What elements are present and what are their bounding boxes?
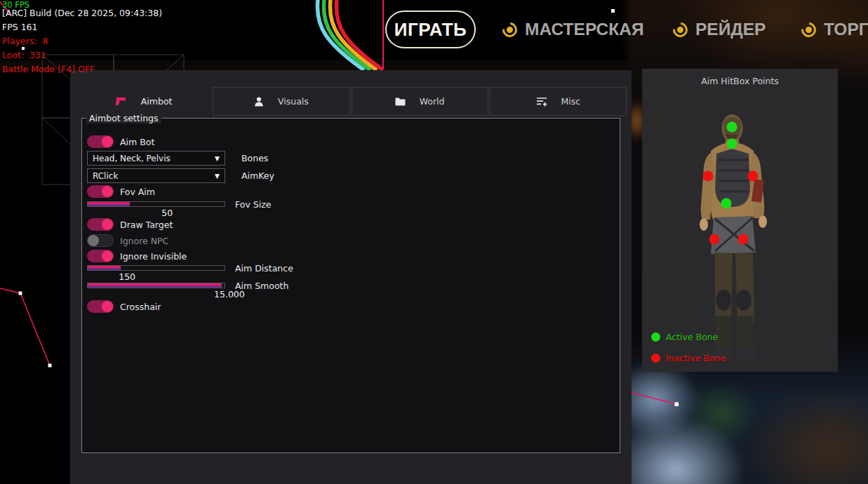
esp-polyline-left: [0, 284, 63, 372]
aim-distance-slider-row: 150 Aim Distance: [87, 265, 368, 282]
toggle-label: Crosshair: [120, 302, 161, 312]
nav-item-label: ТОРГО: [824, 20, 868, 39]
aim-bot-toggle-row: Aim Bot: [87, 135, 154, 148]
dropdown-value: RClick: [93, 171, 118, 181]
draw-target-toggle[interactable]: [87, 218, 114, 231]
hitbox-point-head[interactable]: [727, 122, 737, 133]
pistol-icon: [115, 97, 127, 106]
sliders-icon: [536, 97, 547, 107]
hud-overlay: 30 FPS [ARC] Build (Dec 28 2025, 09:43:3…: [2, 0, 162, 78]
dropdown-label: AimKey: [241, 170, 274, 181]
player-model-area: [642, 69, 838, 372]
legend-inactive-bone: Inactive Bone: [651, 353, 726, 363]
player-model: [642, 69, 838, 372]
dropdown-label: Bones: [241, 153, 268, 163]
ignore-npc-toggle-row: Ignore NPC: [87, 234, 168, 247]
slider-fill: [88, 266, 121, 270]
coin-icon: [502, 22, 517, 37]
person-icon: [254, 97, 264, 107]
nav-item-label: РЕЙДЕР: [695, 20, 766, 39]
play-button[interactable]: ИГРАТЬ: [385, 11, 476, 48]
hitbox-panel: Aim HitBox Points: [642, 69, 838, 372]
slider-label: Aim Smooth: [235, 281, 288, 291]
dropdown-value: Head, Neck, Pelvis: [93, 154, 171, 163]
cheat-menu-window: Aimbot Visuals World Misc Aimbot setting…: [70, 70, 632, 484]
toggle-label: Aim Bot: [120, 137, 154, 147]
tab-label: World: [420, 96, 445, 107]
crosshair-toggle[interactable]: [87, 300, 114, 313]
fov-aim-toggle-row: Fov Aim: [87, 185, 155, 198]
ignore-npc-toggle[interactable]: [87, 234, 114, 247]
hitbox-point-right-shoulder[interactable]: [748, 171, 759, 182]
folder-icon: [395, 98, 406, 106]
slider-fill: [88, 283, 222, 288]
nav-item-label: МАСТЕРСКАЯ: [525, 20, 644, 39]
tab-world[interactable]: World: [352, 87, 488, 116]
ignore-invisible-toggle[interactable]: [87, 250, 114, 262]
hitbox-point-neck[interactable]: [727, 139, 737, 149]
tab-label: Aimbot: [141, 96, 173, 107]
slider-value: 50: [161, 208, 173, 218]
toggle-label: Ignore Invisible: [120, 251, 187, 262]
tab-aimbot[interactable]: Aimbot: [76, 87, 211, 116]
aim-smooth-slider[interactable]: [87, 283, 225, 288]
hitbox-point-right-hip[interactable]: [738, 234, 749, 245]
slider-fill: [88, 202, 130, 206]
fov-size-slider-row: 50 Fov Size: [87, 201, 368, 218]
slider-value: 150: [119, 271, 135, 282]
fps-counter: 30 FPS: [2, 0, 162, 8]
players-label: Players: 8: [2, 36, 162, 50]
tab-visuals[interactable]: Visuals: [213, 87, 349, 116]
slider-label: Aim Distance: [235, 263, 293, 274]
battle-mode-label: Battle Mode [F4] OFF: [2, 64, 162, 78]
aim-distance-slider[interactable]: [87, 265, 225, 271]
fps-label: FPS 161: [2, 22, 162, 36]
tab-misc[interactable]: Misc: [490, 87, 627, 116]
coin-icon: [801, 22, 816, 37]
nav-item-trade[interactable]: ТОРГО: [801, 20, 868, 39]
bones-row: Head, Neck, Pelvis ▼ Bones: [87, 151, 268, 166]
crosshair-toggle-row: Crosshair: [87, 300, 161, 313]
coin-icon: [673, 22, 688, 37]
active-bone-label: Active Bone: [666, 332, 718, 342]
hitbox-point-left-hip[interactable]: [709, 234, 720, 245]
draw-target-toggle-row: Draw Target: [87, 218, 173, 231]
inactive-bone-dot: [651, 354, 660, 363]
tab-label: Visuals: [278, 96, 309, 107]
group-title: Aimbot settings: [86, 113, 161, 123]
build-label: [ARC] Build (Dec 28 2025, 09:43:38): [2, 8, 162, 22]
nav-item-raider[interactable]: РЕЙДЕР: [673, 20, 766, 39]
chevron-down-icon: ▼: [215, 155, 220, 162]
aim-smooth-slider-row: 15.000 Aim Smooth: [87, 283, 368, 300]
fov-size-slider[interactable]: [87, 201, 225, 207]
chevron-down-icon: ▼: [215, 173, 220, 180]
aimkey-row: RClick ▼ AimKey: [87, 168, 274, 183]
toggle-label: Fov Aim: [120, 187, 155, 197]
slider-label: Fov Size: [235, 199, 271, 210]
hitbox-point-left-shoulder[interactable]: [703, 171, 714, 182]
legend-active-bone: Active Bone: [651, 332, 718, 342]
inactive-bone-label: Inactive Bone: [666, 353, 726, 363]
fov-aim-toggle[interactable]: [87, 185, 114, 198]
aimbot-settings-group: Aimbot settings Aim Bot Head, Neck, Pelv…: [81, 118, 620, 453]
toggle-label: Ignore NPC: [120, 236, 168, 246]
active-bone-dot: [651, 332, 660, 342]
toggle-label: Draw Target: [120, 220, 173, 230]
loot-label: Loot: 331: [2, 50, 162, 64]
nav-item-workshop[interactable]: МАСТЕРСКАЯ: [502, 20, 644, 39]
ignore-invisible-toggle-row: Ignore Invisible: [87, 250, 187, 262]
hitbox-point-pelvis[interactable]: [721, 199, 732, 209]
aim-bot-toggle[interactable]: [87, 135, 114, 148]
tab-bar: Aimbot Visuals World Misc: [76, 87, 627, 116]
bones-dropdown[interactable]: Head, Neck, Pelvis ▼: [87, 151, 225, 166]
aimkey-dropdown[interactable]: RClick ▼: [87, 168, 225, 183]
tab-label: Misc: [561, 96, 581, 107]
